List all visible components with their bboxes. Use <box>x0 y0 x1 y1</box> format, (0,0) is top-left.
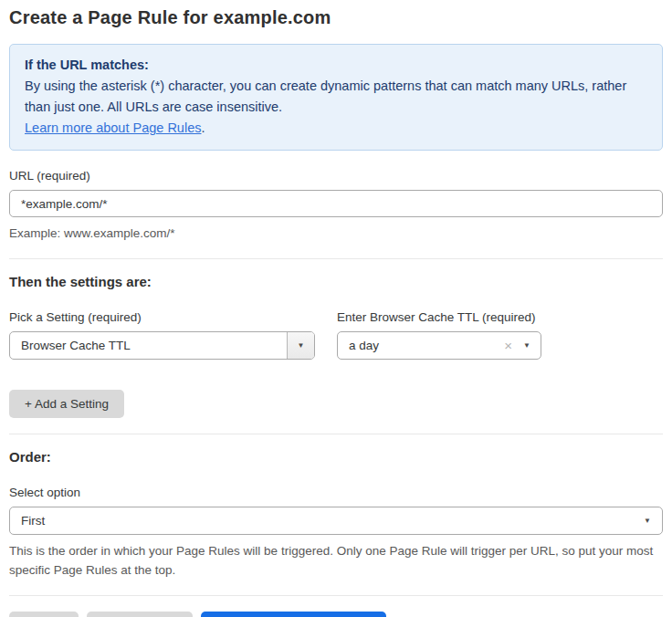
order-select-value: First <box>21 514 45 528</box>
settings-row: Pick a Setting (required) Browser Cache … <box>9 310 663 360</box>
url-example-helper: Example: www.example.com/* <box>9 224 663 243</box>
settings-section-heading: Then the settings are: <box>9 274 663 289</box>
setting-picker-select[interactable]: Browser Cache TTL ▼ <box>9 331 315 360</box>
info-box-body: By using the asterisk (*) character, you… <box>25 76 647 118</box>
ttl-picker-value: a day <box>338 332 504 359</box>
ttl-picker-label: Enter Browser Cache TTL (required) <box>337 310 541 324</box>
url-input[interactable] <box>9 190 663 217</box>
order-select[interactable]: First ▼ <box>9 507 663 535</box>
link-period: . <box>201 120 205 135</box>
divider <box>9 258 663 259</box>
save-and-deploy-button[interactable]: Save and Deploy Page Rule <box>201 612 387 617</box>
chevron-down-icon: ▼ <box>644 518 651 525</box>
ttl-picker-column: Enter Browser Cache TTL (required) a day… <box>337 310 541 360</box>
order-helper-text: This is the order in which your Page Rul… <box>9 541 663 580</box>
order-select-label: Select option <box>9 486 663 499</box>
setting-picker-column: Pick a Setting (required) Browser Cache … <box>9 310 315 360</box>
ttl-picker-icons: × ▼ <box>504 332 541 359</box>
setting-picker-label: Pick a Setting (required) <box>9 310 315 324</box>
add-setting-wrap: + Add a Setting <box>9 390 663 418</box>
setting-picker-arrow-button[interactable]: ▼ <box>287 332 314 359</box>
info-box-heading: If the URL matches: <box>25 55 647 76</box>
divider <box>9 595 663 596</box>
add-setting-button[interactable]: + Add a Setting <box>9 390 124 418</box>
chevron-down-icon: ▼ <box>523 342 530 350</box>
save-as-draft-button[interactable]: Save as Draft <box>87 612 193 617</box>
learn-more-link[interactable]: Learn more about Page Rules <box>25 120 201 135</box>
url-match-info-box: If the URL matches: By using the asteris… <box>9 44 663 151</box>
order-section-heading: Order: <box>9 449 663 465</box>
divider <box>9 434 663 434</box>
info-box-link-line: Learn more about Page Rules. <box>25 118 647 139</box>
clear-icon[interactable]: × <box>504 339 512 352</box>
ttl-picker-select[interactable]: a day × ▼ <box>337 331 541 360</box>
page-title: Create a Page Rule for example.com <box>9 7 663 28</box>
chevron-down-icon: ▼ <box>298 342 305 350</box>
footer-button-row: Cancel Save as Draft Save and Deploy Pag… <box>9 612 663 617</box>
url-field-label: URL (required) <box>9 169 663 183</box>
setting-picker-value: Browser Cache TTL <box>10 332 287 359</box>
cancel-button[interactable]: Cancel <box>9 612 79 617</box>
